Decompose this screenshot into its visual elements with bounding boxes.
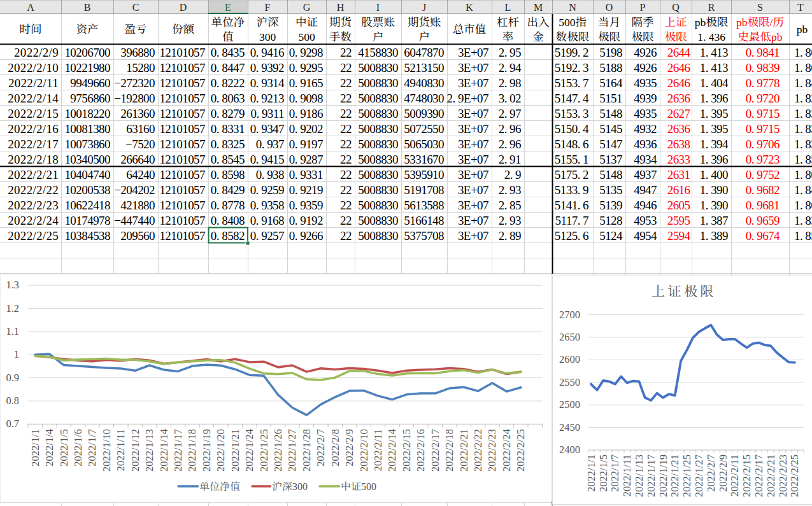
svg-text:2022/2/9: 2022/2/9	[341, 429, 356, 467]
svg-text:0. 8063: 0. 8063	[211, 88, 245, 106]
svg-text:2022/2/18: 2022/2/18	[441, 429, 456, 472]
svg-text:9756860: 9756860	[70, 88, 110, 106]
svg-text:500指: 500指	[559, 13, 587, 29]
svg-text:0. 9202: 0. 9202	[289, 119, 323, 136]
svg-text:0. 8582: 0. 8582	[211, 226, 245, 243]
svg-text:5008830: 5008830	[358, 211, 398, 228]
svg-text:金: 金	[532, 28, 544, 44]
svg-text:2022/1/18: 2022/1/18	[183, 429, 199, 472]
svg-text:5175. 2: 5175. 2	[555, 165, 588, 182]
svg-text:3E+07: 3E+07	[458, 58, 488, 75]
svg-text:2022/1/5: 2022/1/5	[55, 429, 71, 467]
svg-text:1. 85: 1. 85	[794, 226, 812, 243]
svg-text:1. 83: 1. 83	[794, 104, 812, 121]
svg-text:5199. 2: 5199. 2	[555, 43, 588, 60]
svg-text:2022/1/12: 2022/1/12	[127, 429, 142, 472]
svg-text:1. 82: 1. 82	[794, 88, 812, 106]
svg-text:−204202: −204202	[114, 180, 155, 197]
svg-text:0. 8325: 0. 8325	[211, 134, 245, 151]
svg-text:1. 83: 1. 83	[794, 211, 812, 228]
svg-text:5008830: 5008830	[358, 165, 398, 182]
svg-text:300: 300	[259, 28, 276, 44]
svg-text:4936: 4936	[634, 134, 657, 151]
svg-text:0. 9347: 0. 9347	[250, 119, 284, 136]
svg-text:户: 户	[418, 28, 430, 44]
svg-text:0. 9720: 0. 9720	[746, 88, 780, 106]
svg-text:3E+07: 3E+07	[458, 134, 488, 151]
svg-text:0. 9259: 0. 9259	[250, 180, 284, 197]
svg-text:0. 9311: 0. 9311	[251, 104, 284, 121]
svg-text:5117. 7: 5117. 7	[555, 211, 588, 228]
svg-text:22: 22	[340, 150, 352, 167]
svg-text:2022/2/23: 2022/2/23	[483, 429, 499, 472]
svg-text:396880: 396880	[120, 43, 155, 60]
svg-text:22: 22	[340, 180, 352, 197]
svg-text:4935: 4935	[634, 73, 657, 90]
svg-text:N: N	[569, 0, 576, 14]
svg-text:2022/2/10: 2022/2/10	[355, 429, 371, 472]
svg-text:2022/1/21: 2022/1/21	[227, 429, 242, 472]
svg-text:12101057: 12101057	[159, 73, 205, 90]
svg-text:1: 1	[14, 346, 19, 361]
svg-text:1. 413: 1. 413	[700, 58, 728, 75]
svg-text:0. 9192: 0. 9192	[289, 211, 323, 228]
svg-text:0. 9266: 0. 9266	[289, 226, 323, 243]
svg-text:pb极限/历: pb极限/历	[736, 13, 784, 29]
svg-text:0. 9331: 0. 9331	[289, 165, 323, 182]
svg-text:5139: 5139	[599, 195, 622, 213]
svg-text:沪深300: 沪深300	[272, 479, 308, 493]
svg-text:0. 9197: 0. 9197	[289, 134, 323, 151]
svg-text:22: 22	[340, 58, 352, 75]
svg-text:户: 户	[373, 28, 384, 44]
svg-text:3E+07: 3E+07	[458, 73, 488, 90]
svg-text:pb: pb	[797, 20, 808, 36]
svg-text:2022/2/15: 2022/2/15	[398, 429, 413, 472]
svg-text:2594: 2594	[667, 226, 691, 243]
svg-text:2. 89: 2. 89	[499, 226, 521, 243]
svg-text:0. 8331: 0. 8331	[211, 119, 245, 136]
svg-text:手数: 手数	[329, 28, 352, 44]
svg-text:3. 02: 3. 02	[499, 88, 521, 106]
svg-text:4937: 4937	[634, 165, 657, 182]
svg-text:5613588: 5613588	[404, 195, 444, 213]
svg-text:0. 8222: 0. 8222	[211, 73, 245, 90]
svg-text:0. 9314: 0. 9314	[250, 73, 285, 90]
svg-text:T: T	[797, 0, 804, 14]
svg-text:杠杆: 杠杆	[497, 13, 519, 29]
svg-text:0. 9752: 0. 9752	[746, 165, 780, 182]
svg-text:5155. 1: 5155. 1	[555, 150, 588, 167]
svg-text:5198: 5198	[599, 43, 622, 60]
svg-text:5148. 6: 5148. 6	[555, 134, 588, 151]
svg-text:0. 9778: 0. 9778	[746, 73, 780, 90]
svg-text:5137: 5137	[599, 150, 622, 167]
svg-text:64240: 64240	[126, 165, 155, 182]
svg-text:上证极限: 上证极限	[652, 281, 716, 300]
svg-text:2. 9: 2. 9	[504, 165, 521, 182]
svg-text:266640: 266640	[120, 150, 155, 167]
svg-text:5008830: 5008830	[358, 73, 398, 90]
svg-text:10340500: 10340500	[64, 150, 110, 167]
svg-text:0. 9358: 0. 9358	[250, 195, 284, 213]
svg-text:22: 22	[340, 88, 352, 106]
svg-text:2638: 2638	[667, 134, 690, 151]
svg-text:5213150: 5213150	[404, 58, 444, 75]
svg-text:5133. 9: 5133. 9	[555, 180, 588, 197]
svg-text:期货账: 期货账	[408, 13, 441, 29]
svg-text:2022/2/21: 2022/2/21	[455, 429, 471, 472]
svg-text:0. 8598: 0. 8598	[211, 165, 245, 182]
svg-text:1. 85: 1. 85	[794, 150, 812, 167]
svg-text:5375708: 5375708	[404, 226, 444, 243]
svg-text:0. 9098: 0. 9098	[289, 88, 323, 106]
svg-text:5192. 3: 5192. 3	[555, 58, 588, 75]
svg-text:9949660: 9949660	[70, 73, 110, 90]
svg-text:时间: 时间	[20, 20, 42, 36]
svg-text:0. 9659: 0. 9659	[746, 211, 780, 228]
svg-text:3E+07: 3E+07	[458, 150, 488, 167]
svg-text:2022/1/25: 2022/1/25	[255, 429, 271, 472]
svg-text:5008830: 5008830	[358, 104, 398, 121]
svg-text:2. 93: 2. 93	[499, 211, 521, 228]
svg-text:0. 8408: 0. 8408	[211, 211, 245, 228]
svg-text:1. 86: 1. 86	[794, 58, 812, 75]
svg-text:2633: 2633	[667, 150, 690, 167]
svg-text:0.8: 0.8	[6, 392, 19, 407]
